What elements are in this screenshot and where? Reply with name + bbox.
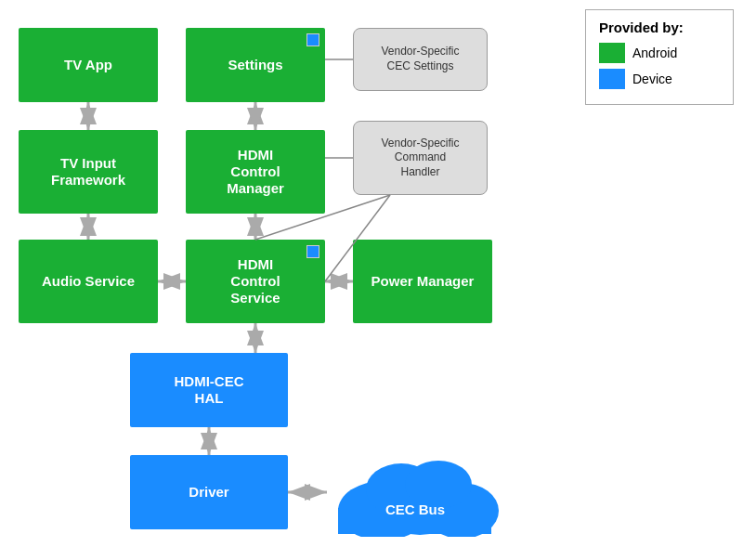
tv-input-framework-box: TV InputFramework	[19, 130, 158, 214]
tv-app-box: TV App	[19, 28, 158, 102]
cec-bus-cloud: CEC Bus	[327, 448, 503, 537]
android-color-swatch	[599, 43, 625, 63]
legend-android: Android	[599, 43, 720, 63]
device-color-swatch	[599, 69, 625, 89]
hdmi-control-service-box: HDMIControlService	[186, 240, 325, 323]
diagram: TV App Settings TV InputFramework HDMICo…	[9, 9, 539, 548]
blue-indicator-service	[306, 245, 319, 258]
legend-title: Provided by:	[599, 20, 720, 35]
blue-indicator-settings	[306, 33, 319, 46]
legend: Provided by: Android Device	[585, 9, 734, 105]
svg-text:CEC Bus: CEC Bus	[385, 501, 445, 517]
hdmi-cec-hal-box: HDMI-CECHAL	[130, 353, 288, 427]
legend-device: Device	[599, 69, 720, 89]
android-label: Android	[632, 46, 677, 60]
vendor-command-handler-box: Vendor-SpecificCommandHandler	[353, 121, 488, 195]
device-label: Device	[632, 72, 672, 86]
vendor-cec-settings-box: Vendor-SpecificCEC Settings	[353, 28, 488, 91]
audio-service-box: Audio Service	[19, 240, 158, 323]
power-manager-box: Power Manager	[353, 240, 492, 323]
driver-box: Driver	[130, 455, 288, 529]
settings-box: Settings	[186, 28, 325, 102]
hdmi-control-manager-box: HDMIControlManager	[186, 130, 325, 214]
